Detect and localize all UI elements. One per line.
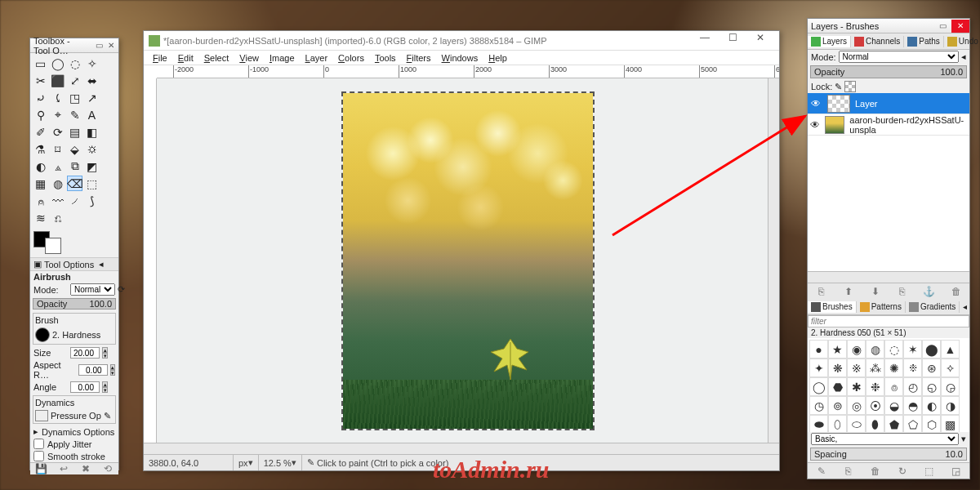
visibility-icon[interactable]: 👁 <box>809 119 820 131</box>
menu-icon[interactable]: ◂ <box>961 51 966 62</box>
layers-h-scrollbar[interactable] <box>808 271 969 283</box>
canvas-area[interactable] <box>157 78 779 443</box>
brush-thumbnail[interactable]: ⟡ <box>941 359 960 377</box>
brush-thumbnail[interactable]: ★ <box>828 340 847 359</box>
brush-thumbnail[interactable]: ⬠ <box>903 415 922 432</box>
tool-button[interactable]: ⟁ <box>50 158 65 174</box>
menu-help[interactable]: Help <box>484 52 511 64</box>
layer-row[interactable]: 👁aaron-burden-rd2yxHSSatU-unspla <box>808 114 969 136</box>
minimize-button[interactable]: — <box>691 32 719 50</box>
brush-thumbnail[interactable]: ⦿ <box>866 396 884 415</box>
tool-button[interactable]: ⬌ <box>84 73 100 88</box>
layers-dock-titlebar[interactable]: Layers - Brushes ▭ ✕ <box>808 19 969 33</box>
brush-thumbnail[interactable]: ◴ <box>903 377 922 396</box>
brush-thumbnail[interactable]: ◒ <box>884 396 903 415</box>
tool-button[interactable]: ◐ <box>33 158 48 174</box>
menu-view[interactable]: View <box>235 52 263 64</box>
brush-thumbnail[interactable]: ⬟ <box>884 415 903 432</box>
brush-thumbnail[interactable]: ⊛ <box>922 359 941 377</box>
reset-preset-icon[interactable]: ⟲ <box>101 463 114 474</box>
delete-preset-icon[interactable]: ✖ <box>79 463 92 474</box>
visibility-icon[interactable]: 👁 <box>809 98 822 109</box>
brush-thumbnail[interactable]: ◷ <box>809 396 828 415</box>
tool-button[interactable]: ▤ <box>67 124 82 140</box>
tool-button[interactable]: ⟆ <box>84 193 100 208</box>
vertical-scrollbar[interactable] <box>768 78 779 443</box>
tool-button[interactable]: ◩ <box>84 158 100 174</box>
layer-opacity-slider[interactable]: Opacity 100.0 <box>810 65 967 78</box>
tool-button[interactable]: ⬚ <box>84 176 100 191</box>
angle-input[interactable] <box>70 381 100 393</box>
tool-button[interactable]: ▭ <box>33 56 48 71</box>
tool-button[interactable]: ◧ <box>84 124 100 140</box>
image-window-titlebar[interactable]: *[aaron-burden-rd2yxHSSatU-unsplash] (im… <box>144 31 779 51</box>
brush-thumbnail[interactable]: ⌾ <box>884 377 903 396</box>
smooth-stroke-checkbox[interactable] <box>33 451 44 461</box>
layer-action-button[interactable]: 🗑 <box>950 286 963 297</box>
save-preset-icon[interactable]: 💾 <box>35 463 48 474</box>
brush-thumbnail[interactable]: ✺ <box>884 359 903 377</box>
layer-action-button[interactable]: ⚓ <box>923 286 936 297</box>
brush-thumbnail[interactable]: ⬮ <box>866 415 884 432</box>
brush-spacing-slider[interactable]: Spacing 10.0 <box>810 448 967 461</box>
tab-patterns[interactable]: Patterns <box>857 301 906 313</box>
tool-button[interactable]: ⬛ <box>50 73 65 88</box>
tool-button[interactable]: ◍ <box>50 176 65 191</box>
menu-windows[interactable]: Windows <box>438 52 483 64</box>
tab-menu-icon[interactable]: ◂ <box>960 302 970 311</box>
brush-thumbnail[interactable]: ● <box>809 340 828 359</box>
brush-action-button[interactable]: ⬚ <box>923 466 936 477</box>
minimize-icon[interactable]: ▭ <box>937 20 948 32</box>
tool-button[interactable]: ◳ <box>67 90 82 105</box>
background-swatch[interactable] <box>45 238 61 254</box>
dynamics-icon[interactable] <box>35 410 48 421</box>
tool-button[interactable]: ◌ <box>67 56 82 71</box>
aspect-spinner[interactable]: ▴▾ <box>110 364 115 376</box>
tool-button[interactable]: ⚲ <box>33 107 48 122</box>
tab-layers[interactable]: Layers <box>808 36 851 47</box>
tool-button[interactable]: ⟳ <box>50 124 65 140</box>
tab-brushes[interactable]: Brushes <box>808 301 857 313</box>
tab-undo[interactable]: Undo <box>944 36 980 47</box>
brush-thumbnail[interactable]: ⊚ <box>828 396 847 415</box>
brush-filter-input[interactable] <box>808 315 969 327</box>
brush-thumbnail[interactable]: ▲ <box>941 340 960 359</box>
brush-thumbnail[interactable]: ◐ <box>922 396 941 415</box>
brush-thumbnail[interactable]: ⬯ <box>828 415 847 432</box>
tool-button[interactable]: ⚗ <box>33 141 48 157</box>
layer-thumbnail[interactable] <box>825 116 844 134</box>
brush-thumbnail[interactable]: ◵ <box>922 377 941 396</box>
brush-preset-menu-icon[interactable]: ▾ <box>961 434 966 444</box>
tool-button[interactable]: A <box>84 107 100 122</box>
tool-button[interactable]: ⧉ <box>67 158 82 174</box>
brush-thumbnail[interactable]: ⬭ <box>847 415 866 432</box>
close-button[interactable]: ✕ <box>746 32 774 50</box>
brush-thumbnail[interactable]: ❉ <box>866 377 884 396</box>
mode-select[interactable]: Normal <box>70 283 115 296</box>
minimize-icon[interactable]: ▭ <box>95 40 103 51</box>
horizontal-scrollbar[interactable] <box>144 443 779 454</box>
menu-edit[interactable]: Edit <box>174 52 198 64</box>
menu-colors[interactable]: Colors <box>334 52 368 64</box>
tool-button[interactable]: ⎌ <box>50 210 65 225</box>
brush-action-button[interactable]: ✎ <box>815 466 828 477</box>
lock-pixels-icon[interactable]: ✎ <box>835 82 842 92</box>
dynamics-edit-icon[interactable]: ✎ <box>104 411 111 421</box>
tool-button[interactable]: ⌖ <box>50 107 65 122</box>
layer-action-button[interactable]: ⬆ <box>842 286 855 297</box>
tool-button[interactable]: ⟋ <box>67 193 82 208</box>
brush-thumbnail[interactable]: ⬤ <box>922 340 941 359</box>
tool-button[interactable]: ⛭ <box>84 141 100 157</box>
close-icon[interactable]: ✕ <box>951 20 969 33</box>
brush-thumbnail[interactable]: ⬬ <box>809 415 828 432</box>
menu-filters[interactable]: Filters <box>403 52 435 64</box>
brush-thumbnail[interactable]: ✦ <box>809 359 828 377</box>
tool-button[interactable]: ⌑ <box>50 141 65 157</box>
tool-button[interactable]: ✎ <box>67 107 82 122</box>
brush-action-button[interactable]: ◲ <box>950 466 963 477</box>
brush-thumbnail[interactable]: ◯ <box>809 377 828 396</box>
tool-button[interactable]: ⤹ <box>50 90 65 105</box>
tool-button[interactable]: ↗ <box>84 90 100 105</box>
status-zoom-dropdown[interactable]: 12.5 % ▾ <box>259 455 302 470</box>
angle-spinner[interactable]: ▴▾ <box>102 381 108 393</box>
